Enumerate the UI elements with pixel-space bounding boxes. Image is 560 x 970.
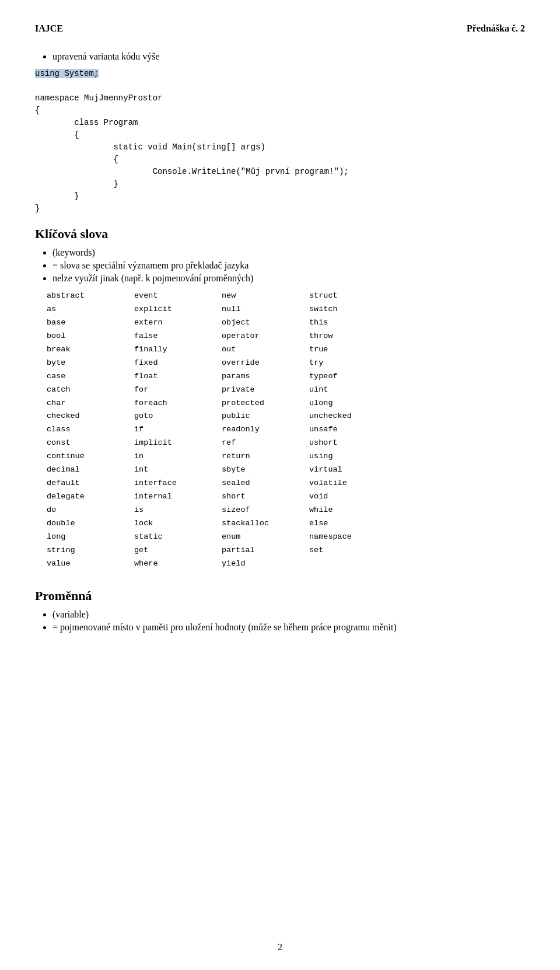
code-highlight-using: using System; — [35, 69, 99, 78]
keyword-item: explicit — [134, 303, 222, 316]
keyword-item: using — [309, 450, 397, 463]
keyword-item: fixed — [134, 357, 222, 370]
keyword-item: typeof — [309, 370, 397, 383]
keyword-item: private — [222, 383, 309, 397]
keyword-item: catch — [47, 383, 134, 397]
keyword-item: stackalloc — [222, 517, 309, 531]
keyword-item: get — [134, 544, 222, 557]
keyword-item: implicit — [134, 437, 222, 450]
header-title-right: Přednáška č. 2 — [467, 23, 525, 34]
keyword-item: switch — [309, 303, 397, 316]
keyword-item: extern — [134, 316, 222, 330]
keyword-item: volatile — [309, 477, 397, 490]
keywords-row: decimalintsbytevirtual — [47, 463, 525, 477]
keyword-item: else — [309, 517, 397, 531]
keywords-row: baseexternobjectthis — [47, 316, 525, 330]
keywords-row: doublelockstackallocelse — [47, 517, 525, 531]
keyword-item: unsafe — [309, 423, 397, 437]
keyword-item: in — [134, 450, 222, 463]
keywords-row: constimplicitrefushort — [47, 437, 525, 450]
keyword-item: finally — [134, 343, 222, 357]
keyword-item: double — [47, 517, 134, 531]
keyword-item: void — [309, 490, 397, 504]
keyword-item: decimal — [47, 463, 134, 477]
keyword-item: sizeof — [222, 504, 309, 517]
header-title-left: IAJCE — [35, 23, 63, 34]
keyword-item: abstract — [47, 289, 134, 303]
keywords-row: boolfalseoperatorthrow — [47, 330, 525, 343]
keyword-item: this — [309, 316, 397, 330]
keyword-item: interface — [134, 477, 222, 490]
keyword-item: true — [309, 343, 397, 357]
keyword-item: public — [222, 410, 309, 423]
keyword-item: if — [134, 423, 222, 437]
keyword-item: float — [134, 370, 222, 383]
promenna-bullet-2: = pojmenované místo v paměti pro uložení… — [52, 622, 525, 633]
keyword-item: internal — [134, 490, 222, 504]
keywords-row: breakfinallyouttrue — [47, 343, 525, 357]
page-number: 2 — [278, 942, 282, 952]
keywords-row: valuewhereyield — [47, 557, 525, 571]
keywords-row: longstaticenumnamespace — [47, 531, 525, 544]
keyword-item: false — [134, 330, 222, 343]
keyword-item: value — [47, 557, 134, 571]
keyword-item: object — [222, 316, 309, 330]
keywords-row: abstracteventnewstruct — [47, 289, 525, 303]
intro-bullet: upravená varianta kódu výše — [52, 51, 525, 62]
keywords-table: abstracteventnewstructasexplicitnullswit… — [47, 289, 525, 571]
keyword-item: ref — [222, 437, 309, 450]
keyword-item: namespace — [309, 531, 397, 544]
keyword-item: byte — [47, 357, 134, 370]
keyword-item: goto — [134, 410, 222, 423]
code-block: using System; namespace MujJmennyProstor… — [35, 68, 525, 215]
keyword-item: char — [47, 397, 134, 410]
keywords-row: charforeachprotectedulong — [47, 397, 525, 410]
keywords-row: catchforprivateuint — [47, 383, 525, 397]
keywords-row: continueinreturnusing — [47, 450, 525, 463]
keyword-item: ushort — [309, 437, 397, 450]
keywords-row: classifreadonlyunsafe — [47, 423, 525, 437]
klicova-slova-title: Klíčová slova — [35, 226, 525, 242]
keyword-item: protected — [222, 397, 309, 410]
keywords-row: doissizeofwhile — [47, 504, 525, 517]
keyword-item: foreach — [134, 397, 222, 410]
keyword-item: class — [47, 423, 134, 437]
keyword-item: is — [134, 504, 222, 517]
keyword-item: uint — [309, 383, 397, 397]
keyword-item: ulong — [309, 397, 397, 410]
keyword-item: null — [222, 303, 309, 316]
keyword-item: lock — [134, 517, 222, 531]
keyword-item: base — [47, 316, 134, 330]
keyword-item: operator — [222, 330, 309, 343]
klicova-slova-bullets: (keywords) = slova se speciální významem… — [52, 247, 525, 284]
klicova-bullet-3: nelze využít jinak (např. k pojmenování … — [52, 273, 525, 284]
keyword-item: do — [47, 504, 134, 517]
promenna-title: Proměnná — [35, 588, 525, 603]
keyword-item: delegate — [47, 490, 134, 504]
keyword-item: new — [222, 289, 309, 303]
keyword-item: for — [134, 383, 222, 397]
klicova-bullet-2: = slova se speciální významem pro překla… — [52, 260, 525, 271]
promenna-bullets: (variable) = pojmenované místo v paměti … — [52, 609, 525, 633]
keyword-item: event — [134, 289, 222, 303]
keywords-row: checkedgotopublicunchecked — [47, 410, 525, 423]
keyword-item: unchecked — [309, 410, 397, 423]
keyword-item: while — [309, 504, 397, 517]
keyword-item: default — [47, 477, 134, 490]
keyword-item: out — [222, 343, 309, 357]
keyword-item: int — [134, 463, 222, 477]
keyword-item: virtual — [309, 463, 397, 477]
promenna-bullet-1: (variable) — [52, 609, 525, 620]
keywords-row: bytefixedoverridetry — [47, 357, 525, 370]
keyword-item: short — [222, 490, 309, 504]
keywords-row: casefloatparamstypeof — [47, 370, 525, 383]
keyword-item — [309, 557, 397, 571]
keyword-item: readonly — [222, 423, 309, 437]
keyword-item: try — [309, 357, 397, 370]
keywords-row: delegateinternalshortvoid — [47, 490, 525, 504]
keyword-item: where — [134, 557, 222, 571]
klicova-bullet-1: (keywords) — [52, 247, 525, 258]
keyword-item: set — [309, 544, 397, 557]
keyword-item: const — [47, 437, 134, 450]
keywords-row: stringgetpartialset — [47, 544, 525, 557]
